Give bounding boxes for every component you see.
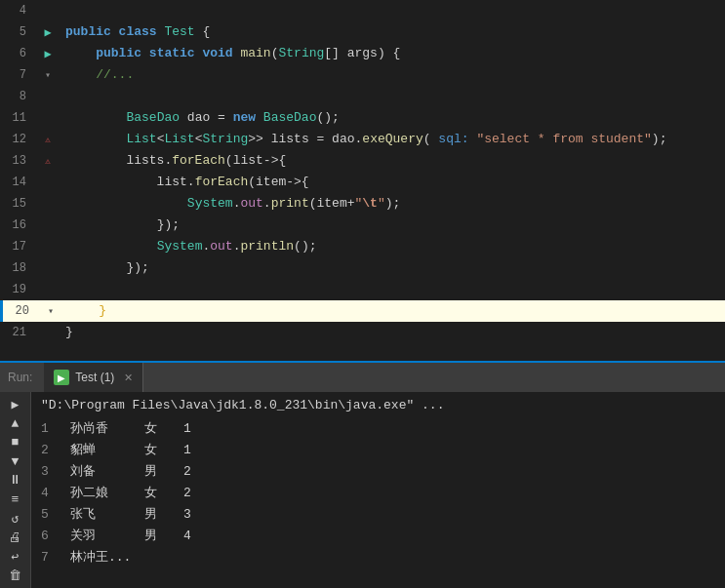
row-name: 刘备 [70, 461, 129, 483]
panel-toolbar: ▶ ▲ ■ ▼ ⏸ ≡ ↺ 🖨 ↩ 🗑 [0, 392, 31, 588]
tab-close-button[interactable]: ✕ [124, 372, 133, 384]
code-line-19: 19 [0, 279, 725, 300]
gutter-15 [34, 193, 61, 215]
row-number: 1 [41, 418, 55, 440]
row-number: 7 [41, 547, 55, 568]
play-button[interactable]: ▶ [4, 396, 27, 413]
code-text: } [61, 322, 725, 343]
gutter-6[interactable]: ▶ [34, 43, 61, 64]
line-number: 7 [0, 64, 34, 86]
fold-icon[interactable]: ▾ [45, 69, 51, 81]
run-arrow-icon[interactable]: ▶ [44, 47, 51, 61]
scroll-up-button[interactable]: ▲ [4, 415, 27, 433]
line-number: 16 [0, 215, 34, 236]
gutter-19 [34, 279, 61, 300]
line-number: 21 [0, 322, 34, 343]
code-line-7: 7 ▾ //... [0, 64, 725, 86]
run-label: Run: [8, 371, 32, 384]
code-line-11: 11 BaseDao dao = new BaseDao(); [0, 107, 725, 129]
code-line-15: 15 System.out.print(item+"\t"); [0, 193, 725, 215]
line-number: 17 [0, 236, 34, 257]
gutter-14 [34, 172, 61, 193]
row-name: 林冲王... [70, 547, 131, 568]
row-number: 4 [41, 483, 55, 504]
panel-output: "D:\Program Files\Java\jdk1.8.0_231\bin\… [31, 392, 725, 588]
code-line-21: 21 } [0, 322, 725, 343]
run-tab[interactable]: ▶ Test (1) ✕ [44, 363, 143, 392]
gutter-5[interactable]: ▶ [34, 21, 61, 43]
panel-body: ▶ ▲ ■ ▼ ⏸ ≡ ↺ 🖨 ↩ 🗑 "D:\Program Files\Ja… [0, 392, 725, 588]
warning-icon: ⚠ [45, 156, 50, 167]
gutter-12[interactable]: ⚠ [34, 129, 61, 150]
code-line-18: 18 }); [0, 257, 725, 279]
row-class: 3 [183, 504, 197, 526]
row-name: 张飞 [70, 504, 129, 526]
gutter-16 [34, 215, 61, 236]
pause-button[interactable]: ⏸ [4, 472, 27, 490]
row-name: 孙二娘 [70, 483, 129, 504]
gutter-8 [34, 86, 61, 107]
warning-icon: ⚠ [45, 135, 50, 145]
tab-label: Test (1) [75, 371, 114, 384]
row-number: 5 [41, 504, 55, 526]
stop-button[interactable]: ■ [4, 434, 27, 451]
gutter-21 [34, 322, 61, 343]
gutter-20[interactable]: ▾ [37, 300, 64, 322]
output-row-1: 1 孙尚香 女 1 [41, 418, 715, 440]
back-button[interactable]: ↩ [4, 548, 27, 566]
row-gender: 女 [144, 418, 168, 440]
scroll-down-button[interactable]: ▼ [4, 453, 27, 471]
code-text: System.out.print(item+"\t"); [61, 193, 725, 215]
code-text: }); [61, 257, 725, 279]
code-text [61, 0, 725, 21]
row-class [185, 547, 199, 568]
code-line-6: 6 ▶ public static void main(String[] arg… [0, 43, 725, 64]
output-row-4: 4 孙二娘 女 2 [41, 483, 715, 504]
row-gender: 男 [144, 461, 168, 483]
run-panel: Run: ▶ Test (1) ✕ ▶ ▲ ■ ▼ ⏸ ≡ ↺ 🖨 ↩ 🗑 "D… [0, 361, 725, 588]
row-class: 2 [183, 461, 197, 483]
panel-tabs-bar: Run: ▶ Test (1) ✕ [0, 363, 725, 392]
row-name: 关羽 [70, 526, 129, 547]
row-number: 3 [41, 461, 55, 483]
refresh-button[interactable]: ↺ [4, 510, 27, 528]
code-text: System.out.println(); [61, 236, 725, 257]
gutter-4 [34, 0, 61, 21]
code-text [61, 86, 725, 107]
output-row-6: 6 关羽 男 4 [41, 526, 715, 547]
gutter-13[interactable]: ⚠ [34, 150, 61, 172]
delete-button[interactable]: 🗑 [4, 568, 27, 585]
run-arrow-icon[interactable]: ▶ [44, 25, 51, 40]
code-line-20: 20 ▾ } [0, 300, 725, 322]
output-row-5: 5 张飞 男 3 [41, 504, 715, 526]
code-line-4: 4 [0, 0, 725, 21]
row-number: 2 [41, 440, 55, 461]
line-number: 18 [0, 257, 34, 279]
line-number: 12 [0, 129, 34, 150]
row-class: 1 [183, 440, 197, 461]
line-number: 20 [3, 300, 37, 322]
gutter-11 [34, 107, 61, 129]
code-text: lists.forEach(list->{ [61, 150, 725, 172]
code-line-14: 14 list.forEach(item->{ [0, 172, 725, 193]
tab-run-icon: ▶ [54, 370, 69, 385]
code-text: public class Test { [61, 21, 725, 43]
line-number: 5 [0, 21, 34, 43]
list-button[interactable]: ≡ [4, 491, 27, 509]
code-text: List<List<String>> lists = dao.exeQuery(… [61, 129, 725, 150]
row-gender [146, 547, 170, 568]
row-number: 6 [41, 526, 55, 547]
row-gender: 女 [144, 440, 168, 461]
code-line-17: 17 System.out.println(); [0, 236, 725, 257]
print-button[interactable]: 🖨 [4, 529, 27, 547]
code-text: public static void main(String[] args) { [61, 43, 725, 64]
row-gender: 男 [144, 526, 168, 547]
gutter-18 [34, 257, 61, 279]
fold-icon[interactable]: ▾ [48, 305, 54, 317]
gutter-7[interactable]: ▾ [34, 64, 61, 86]
code-text: BaseDao dao = new BaseDao(); [61, 107, 725, 129]
line-number: 19 [0, 279, 34, 300]
output-row-2: 2 貂蝉 女 1 [41, 440, 715, 461]
gutter-17 [34, 236, 61, 257]
output-row-3: 3 刘备 男 2 [41, 461, 715, 483]
